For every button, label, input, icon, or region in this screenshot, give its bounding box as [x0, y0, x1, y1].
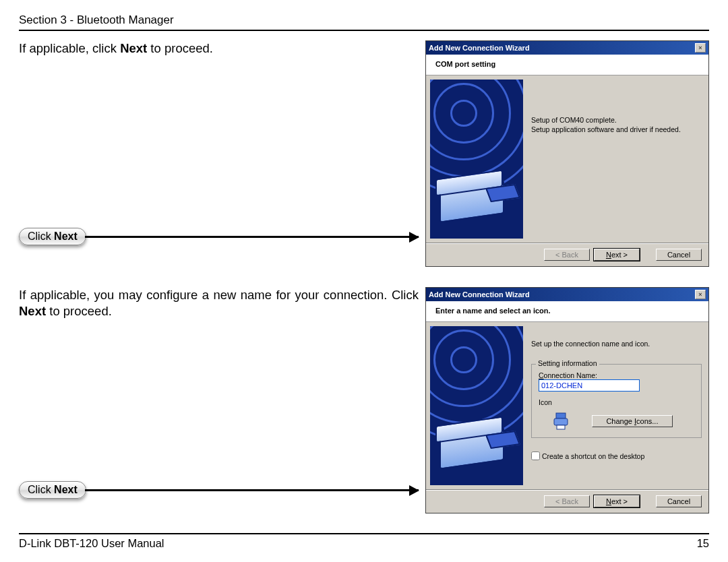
next-rest: ext > [611, 251, 628, 259]
wizard2-right: Set up the connection name and icon. Set… [527, 326, 704, 485]
connection-name-input[interactable] [539, 379, 640, 392]
next2-rest: ext > [611, 497, 628, 505]
instruction-col-2: If applicable, you may configure a new n… [19, 287, 419, 513]
wizard1-body: Setup of COM40 complete. Setup applicati… [426, 75, 708, 243]
wizard2-graphic [430, 326, 523, 485]
change-rest: cons... [636, 417, 658, 425]
instruction-col-1: If applicable, click Next to proceed. Cl… [19, 40, 419, 267]
row-2: If applicable, you may configure a new n… [19, 287, 709, 513]
row-1: If applicable, click Next to proceed. Cl… [19, 40, 709, 267]
wizard1-msg1: Setup of COM40 complete. [531, 116, 702, 124]
back-button[interactable]: < Back [544, 495, 590, 507]
instr1-bold: Next [120, 41, 147, 55]
close-icon[interactable]: × [695, 43, 706, 53]
wizard1-msg2: Setup application software and driver if… [531, 125, 702, 133]
wizard2-titlebar: Add New Connection Wizard × [426, 288, 708, 301]
shortcut-checkbox[interactable] [531, 451, 540, 460]
pill1-pre: Click [28, 230, 54, 242]
pill1-bold: Next [54, 230, 78, 242]
pill2-pre: Click [28, 484, 54, 495]
wizard2-title: Add New Connection Wizard [429, 290, 530, 299]
wizard1-msg: Setup of COM40 complete. Setup applicati… [527, 80, 704, 239]
pill2-bold: Next [54, 484, 78, 495]
icon-label: Icon [539, 398, 552, 406]
next-button[interactable]: Next > [594, 249, 640, 261]
instr1-pre: If applicable, click [19, 41, 120, 55]
next2-u: N [606, 497, 611, 505]
fieldset-label: Setting information [536, 359, 599, 367]
conn-u: C [539, 371, 544, 379]
wizard-1: Add New Connection Wizard × COM port set… [425, 40, 709, 267]
conn-name-label: Connection Name: [539, 371, 597, 379]
footer-left: D-Link DBT-120 User Manual [19, 537, 164, 550]
instr1-post: to proceed. [147, 41, 213, 55]
shortcut-label: Create a shortcut on the desktop [542, 452, 644, 460]
wizard1-title: Add New Connection Wizard [429, 44, 530, 52]
wizard-2: Add New Connection Wizard × Enter a name… [425, 287, 709, 513]
next-button[interactable]: Next > [594, 495, 640, 507]
wizard1-titlebar: Add New Connection Wizard × [426, 41, 708, 55]
change-icons-button[interactable]: Change Icons... [592, 415, 673, 427]
wizard1-subtitle: COM port setting [426, 55, 708, 75]
pill-1: Click Next [19, 228, 86, 245]
wizard1-graphic [430, 80, 523, 239]
wizard2-footer: < Back Next > Cancel [426, 489, 708, 513]
conn-name-row: Connection Name: [539, 371, 694, 392]
wizard2-body: Set up the connection name and icon. Set… [426, 322, 708, 489]
icon-row: Icon Change Icons... [539, 398, 694, 431]
svg-rect-0 [556, 413, 566, 418]
cancel-button[interactable]: Cancel [656, 495, 702, 507]
instruction-2: If applicable, you may configure a new n… [19, 287, 419, 319]
pill-2: Click Next [19, 481, 86, 499]
wizard2-heading: Set up the connection name and icon. [531, 340, 702, 348]
svg-rect-1 [554, 418, 568, 425]
svg-rect-2 [557, 425, 565, 429]
printer-icon [552, 412, 570, 431]
conn-rest: onnection Name: [544, 371, 597, 379]
instr2-pre: If applicable, you may configure a new n… [19, 288, 419, 302]
footer-page: 15 [697, 537, 709, 550]
change-pre: Change [606, 417, 634, 425]
close-icon[interactable]: × [695, 290, 706, 299]
back-button[interactable]: < Back [544, 249, 590, 261]
page-footer: D-Link DBT-120 User Manual 15 [19, 533, 709, 550]
instr2-post: to proceed. [46, 304, 112, 318]
wizard2-subtitle: Enter a name and select an icon. [426, 301, 708, 322]
shortcut-row: Create a shortcut on the desktop [531, 451, 702, 460]
arrow-2 [85, 489, 419, 491]
callout-2: Click Next [19, 481, 419, 499]
setting-fieldset: Setting information Connection Name: Ico… [531, 364, 702, 438]
callout-1: Click Next [19, 228, 419, 245]
next-u: N [606, 251, 611, 259]
wizard1-footer: < Back Next > Cancel [426, 243, 708, 266]
cancel-button[interactable]: Cancel [656, 249, 702, 261]
page-header: Section 3 - Bluetooth Manager [19, 13, 709, 31]
instruction-1: If applicable, click Next to proceed. [19, 40, 419, 57]
arrow-1 [85, 236, 419, 238]
instr2-bold: Next [19, 304, 46, 318]
